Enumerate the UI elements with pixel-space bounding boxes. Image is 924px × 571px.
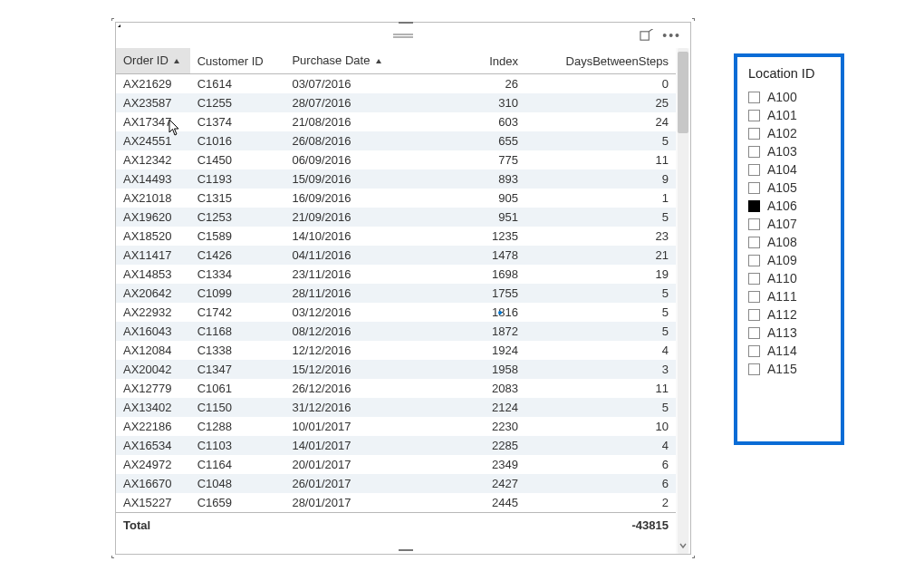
slicer-item[interactable]: A105 <box>748 179 833 197</box>
cell-days-between: 25 <box>525 93 676 112</box>
checkbox-icon[interactable] <box>748 345 760 357</box>
table-row[interactable]: AX12342C145006/09/201677511 <box>116 150 676 169</box>
table-row[interactable]: AX20642C109928/11/201617555 <box>116 284 676 303</box>
slicer-item[interactable]: A115 <box>748 360 833 378</box>
checkbox-icon[interactable] <box>748 110 760 121</box>
cell-order-id: AX21629 <box>116 74 190 94</box>
cell-customer-id: C1168 <box>190 322 285 341</box>
svg-rect-4 <box>640 31 649 39</box>
drag-grip-icon[interactable] <box>393 28 413 34</box>
cell-order-id: AX14493 <box>116 169 190 189</box>
checkbox-icon[interactable] <box>748 291 760 303</box>
cell-index: 1872 <box>424 322 525 341</box>
table-visual[interactable]: ••• Order ID <box>115 22 691 555</box>
checkbox-icon[interactable] <box>748 309 760 321</box>
cell-customer-id: C1061 <box>190 379 285 398</box>
table-row[interactable]: AX19620C125321/09/20169515 <box>116 208 676 227</box>
cell-customer-id: C1099 <box>190 284 285 303</box>
table-row[interactable]: AX12779C106126/12/2016208311 <box>116 379 676 398</box>
cell-order-id: AX24972 <box>116 455 190 474</box>
slicer-item[interactable]: A111 <box>748 287 833 305</box>
checkbox-icon[interactable] <box>748 255 760 266</box>
table-row[interactable]: AX15227C165928/01/201724452 <box>116 493 676 513</box>
column-header-customer-id[interactable]: Customer ID <box>190 48 285 74</box>
cell-index: 1478 <box>424 246 525 265</box>
cell-days-between: 5 <box>525 398 676 417</box>
more-options-icon[interactable]: ••• <box>662 31 681 40</box>
table-scroll-area[interactable]: Order ID Customer ID Purchase Date <box>116 48 676 554</box>
slicer-item-label: A105 <box>767 180 797 195</box>
checkbox-icon[interactable] <box>748 92 760 103</box>
slicer-item[interactable]: A107 <box>748 215 833 233</box>
column-header-purchase-date[interactable]: Purchase Date <box>284 48 423 74</box>
vertical-scrollbar[interactable] <box>676 48 690 554</box>
cell-order-id: AX19620 <box>116 208 190 227</box>
cell-customer-id: C1193 <box>190 169 285 189</box>
resize-handle-tr[interactable] <box>686 18 695 27</box>
table-row[interactable]: AX18520C158914/10/2016123523 <box>116 227 676 246</box>
cell-customer-id: C1150 <box>190 398 285 417</box>
checkbox-icon[interactable] <box>748 182 760 194</box>
slicer-item[interactable]: A106 <box>748 197 833 215</box>
table-row[interactable]: AX20042C134715/12/201619583 <box>116 360 676 379</box>
focus-mode-icon[interactable] <box>640 29 653 43</box>
slicer-item-label: A114 <box>767 344 797 358</box>
checkbox-icon[interactable] <box>748 200 760 212</box>
slicer-item-label: A112 <box>767 307 797 322</box>
slicer-item[interactable]: A101 <box>748 106 833 124</box>
slicer-item[interactable]: A100 <box>748 88 833 106</box>
checkbox-icon[interactable] <box>748 164 760 176</box>
slicer-item[interactable]: A108 <box>748 233 833 251</box>
table-row[interactable]: AX23587C125528/07/201631025 <box>116 93 676 112</box>
slicer-item[interactable]: A109 <box>748 251 833 269</box>
table-row[interactable]: AX21629C161403/07/2016260 <box>116 74 676 94</box>
column-header-index[interactable]: Index <box>424 48 525 74</box>
scroll-down-icon[interactable] <box>676 541 690 552</box>
scrollbar-thumb[interactable] <box>678 52 688 133</box>
table-row[interactable]: AX11417C142604/11/2016147821 <box>116 246 676 265</box>
selection-dot <box>498 311 502 315</box>
cell-customer-id: C1374 <box>190 112 285 131</box>
slicer-item[interactable]: A104 <box>748 160 833 179</box>
cell-order-id: AX23587 <box>116 93 190 112</box>
table-row[interactable]: AX14493C119315/09/20168939 <box>116 169 676 189</box>
checkbox-icon[interactable] <box>748 146 760 158</box>
cell-customer-id: C1334 <box>190 265 285 284</box>
table-row[interactable]: AX12084C133812/12/201619244 <box>116 341 676 360</box>
table-row[interactable]: AX13402C115031/12/201621245 <box>116 398 676 417</box>
table-row[interactable]: AX17347C137421/08/201660324 <box>116 112 676 131</box>
table-row[interactable]: AX22932C174203/12/201618165 <box>116 303 676 322</box>
column-header-order-id[interactable]: Order ID <box>116 48 190 74</box>
cell-days-between: 11 <box>525 379 676 398</box>
slicer-item[interactable]: A110 <box>748 269 833 287</box>
resize-handle-tl[interactable] <box>111 18 120 27</box>
cell-index: 2427 <box>424 474 525 493</box>
cell-index: 310 <box>424 93 525 112</box>
slicer-item[interactable]: A114 <box>748 342 833 360</box>
slicer-item[interactable]: A102 <box>748 124 833 142</box>
checkbox-icon[interactable] <box>748 237 760 248</box>
slicer-item[interactable]: A103 <box>748 142 833 160</box>
location-slicer[interactable]: Location ID A100A101A102A103A104A105A106… <box>734 53 844 445</box>
checkbox-icon[interactable] <box>748 218 760 230</box>
table-row[interactable]: AX24972C116420/01/201723496 <box>116 455 676 474</box>
table-row[interactable]: AX24551C101626/08/20166555 <box>116 131 676 150</box>
checkbox-icon[interactable] <box>748 273 760 285</box>
cell-index: 905 <box>424 189 525 208</box>
table-row[interactable]: AX22186C128810/01/2017223010 <box>116 417 676 436</box>
cell-order-id: AX14853 <box>116 265 190 284</box>
slicer-item-label: A104 <box>767 162 797 177</box>
checkbox-icon[interactable] <box>748 363 760 375</box>
slicer-item[interactable]: A113 <box>748 324 833 342</box>
checkbox-icon[interactable] <box>748 128 760 140</box>
table-row[interactable]: AX16534C110314/01/201722854 <box>116 436 676 455</box>
table-row[interactable]: AX14853C133423/11/2016169819 <box>116 265 676 284</box>
cell-customer-id: C1016 <box>190 131 285 150</box>
checkbox-icon[interactable] <box>748 327 760 339</box>
table-row[interactable]: AX16670C104826/01/201724276 <box>116 474 676 493</box>
slicer-item-label: A111 <box>767 289 797 304</box>
column-header-days-between[interactable]: DaysBetweenSteps <box>525 48 676 74</box>
slicer-item[interactable]: A112 <box>748 305 833 324</box>
table-row[interactable]: AX21018C131516/09/20169051 <box>116 189 676 208</box>
table-row[interactable]: AX16043C116808/12/201618725 <box>116 322 676 341</box>
